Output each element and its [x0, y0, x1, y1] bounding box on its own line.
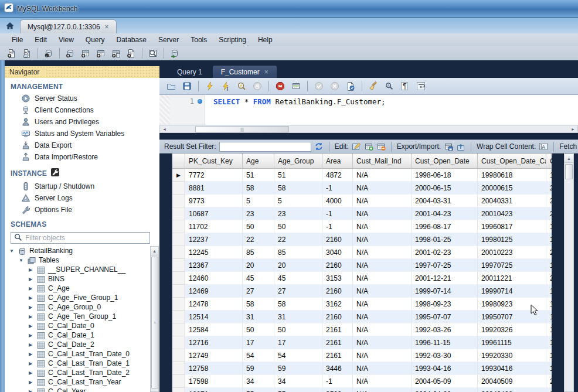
sql-editor[interactable]: 1 SELECT * FROM RetailBanking.F_Customer… — [159, 95, 578, 125]
expand-icon[interactable]: ▶ — [27, 342, 34, 347]
table-cell[interactable]: 19961115 — [478, 336, 546, 349]
collapse-icon[interactable]: ▼ — [18, 258, 25, 263]
table-cell[interactable]: 51 — [243, 169, 274, 182]
expand-icon[interactable]: ▶ — [27, 361, 34, 366]
row-selector[interactable] — [172, 207, 185, 220]
table-cell[interactable]: 17 — [274, 336, 322, 349]
table-cell[interactable]: 19930416 — [478, 362, 546, 375]
scroll-up-icon[interactable]: ▲ — [151, 247, 158, 255]
table-cell[interactable]: N/A — [353, 285, 412, 298]
nav-item-status-and-system-variables[interactable]: Status and System Variables — [5, 128, 159, 139]
nav-item-users-and-privileges[interactable]: Users and Privileges — [5, 116, 159, 128]
table-cell[interactable]: 19 — [546, 169, 552, 182]
table-cell[interactable]: 45 — [243, 272, 274, 285]
menu-query[interactable]: Query — [80, 34, 111, 46]
row-selector[interactable] — [172, 298, 185, 311]
editor-tab-query-1[interactable]: Query 1 — [169, 66, 210, 78]
table-cell[interactable]: 9773 — [185, 195, 243, 207]
menu-help[interactable]: Help — [252, 34, 278, 46]
toggle-stop-on-error-icon[interactable] — [273, 80, 287, 93]
menu-database[interactable]: Database — [111, 34, 152, 46]
table-cell[interactable]: 2001-02-23 — [412, 246, 478, 259]
table-cell[interactable]: 3500 — [322, 388, 353, 392]
table-cell[interactable]: 58 — [274, 182, 322, 195]
scrollbar-thumb[interactable] — [565, 164, 573, 179]
table-cell[interactable]: 1993-04-16 — [412, 362, 478, 375]
table-cell[interactable]: 34 — [274, 375, 322, 388]
table-cell[interactable]: 1998-01-25 — [412, 233, 478, 246]
table-cell[interactable]: 20 — [546, 272, 552, 285]
invisibles-icon[interactable]: ¶ — [398, 80, 412, 93]
table-cell[interactable]: 58 — [243, 298, 274, 311]
row-selector[interactable] — [172, 323, 185, 336]
table-cell[interactable]: 19 — [546, 298, 552, 311]
column-header-age[interactable]: Age — [243, 154, 274, 168]
row-selector[interactable] — [172, 233, 185, 246]
table-cell[interactable]: N/A — [353, 388, 412, 392]
nav-item-server-logs[interactable]: Server Logs — [5, 192, 159, 204]
new-table-icon[interactable] — [79, 47, 93, 60]
table-cell[interactable]: 1995-07-07 — [412, 311, 478, 323]
table-cell[interactable]: 55 — [243, 388, 274, 392]
table-cell[interactable]: 12478 — [185, 298, 243, 311]
table-c-cal-date-0[interactable]: ▶C_Cal_Date_0 — [5, 321, 159, 330]
table-cell[interactable]: 19 — [546, 336, 552, 349]
column-header-cust_mail_ind[interactable]: Cust_Mail_Ind — [353, 154, 412, 168]
toggle-autocommit-icon[interactable] — [344, 80, 358, 93]
table-cell[interactable]: 3153 — [322, 272, 353, 285]
table-cell[interactable]: 12758 — [185, 362, 243, 375]
table-c-age-ten-group-1[interactable]: ▶C_Age_Ten_Group_1 — [5, 312, 159, 321]
table-cell[interactable]: 2004-03-31 — [412, 195, 478, 207]
table-cell[interactable]: 1999-07-14 — [412, 285, 478, 298]
table-cell[interactable]: 12514 — [185, 311, 243, 323]
connection-tab[interactable]: Mysql@127.0.0.1:3306 × — [20, 19, 117, 33]
table-cell[interactable]: 2161 — [322, 323, 353, 336]
scroll-left-icon[interactable]: ◄ — [160, 125, 169, 132]
table-cell[interactable]: 2160 — [322, 259, 353, 272]
table-cell[interactable]: 34 — [243, 375, 274, 388]
table-cell[interactable]: 22 — [243, 233, 274, 246]
table-cell[interactable]: 20 — [546, 375, 552, 388]
table-cell[interactable]: N/A — [353, 272, 412, 285]
delete-row-icon[interactable] — [376, 141, 386, 152]
expand-icon[interactable]: ▶ — [27, 277, 34, 282]
table-cell[interactable]: 50 — [274, 323, 322, 336]
commit-icon[interactable] — [312, 80, 326, 93]
limit-rows-icon[interactable] — [289, 80, 303, 93]
scrollbar-thumb[interactable]: ≡ — [151, 257, 158, 388]
table-cell[interactable]: 19970725 — [478, 259, 546, 272]
table-cell[interactable]: 2160 — [322, 233, 353, 246]
table-cell[interactable]: 2160 — [322, 311, 353, 323]
table-cell[interactable]: 19980125 — [478, 233, 546, 246]
close-icon[interactable]: × — [105, 23, 109, 31]
editor-tab-f-customer[interactable]: F_Customer× — [213, 66, 277, 78]
add-row-icon[interactable] — [364, 141, 373, 152]
table-cell[interactable]: 3162 — [322, 298, 353, 311]
table-cell[interactable]: 5 — [243, 195, 274, 207]
row-selector[interactable] — [172, 259, 185, 272]
table-cell[interactable]: 12460 — [185, 272, 243, 285]
table-c-age[interactable]: ▶C_Age — [5, 284, 159, 293]
table-cell[interactable]: 12237 — [185, 233, 243, 246]
row-selector[interactable] — [172, 182, 185, 195]
table-cell[interactable]: 19 — [546, 362, 552, 375]
grid-vscrollbar[interactable]: ▲ — [564, 154, 574, 392]
table-cell[interactable]: 1998-06-18 — [412, 169, 478, 182]
table-cell[interactable]: 19920330 — [478, 349, 546, 362]
open-script-icon[interactable] — [164, 80, 178, 93]
expand-icon[interactable]: ▶ — [27, 267, 34, 272]
open-sql-file-icon[interactable]: SQL — [20, 47, 34, 60]
table-cell[interactable]: N/A — [353, 298, 412, 311]
table-cell[interactable]: 85 — [274, 246, 322, 259]
expand-icon[interactable]: ▶ — [27, 352, 34, 357]
table-c-cal-year[interactable]: ▶C_Cal_Year — [5, 387, 159, 392]
expand-icon[interactable]: ▶ — [27, 314, 34, 319]
scroll-up-icon[interactable]: ▲ — [565, 154, 573, 163]
new-sql-tab-icon[interactable]: SQL — [5, 47, 19, 60]
edit-pencil-icon[interactable] — [352, 141, 361, 152]
table-c-cal-date-2[interactable]: ▶C_Cal_Date_2 — [5, 340, 159, 349]
table-cell[interactable]: 1992-03-30 — [412, 349, 478, 362]
table-cell[interactable]: N/A — [353, 336, 412, 349]
table-c-age-five-group-1[interactable]: ▶C_Age_Five_Group_1 — [5, 293, 159, 302]
table-cell[interactable]: 23 — [243, 207, 274, 220]
